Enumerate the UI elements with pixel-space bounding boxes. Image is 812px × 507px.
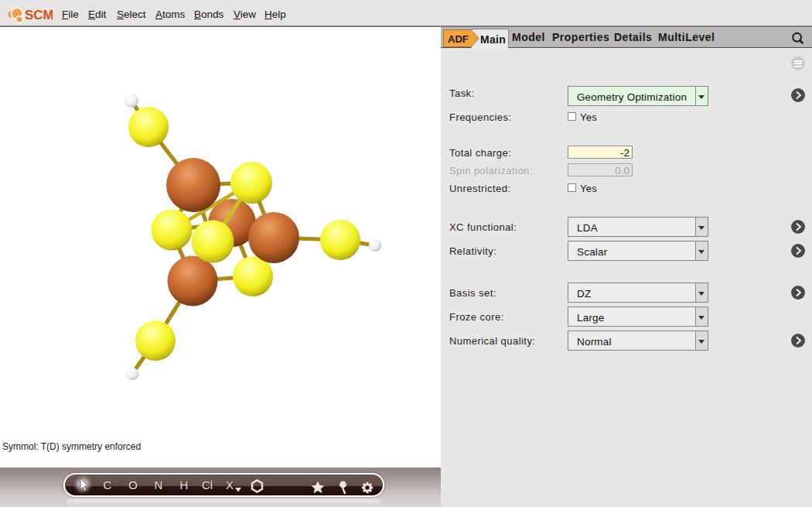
svg-text:ADF: ADF (448, 33, 469, 45)
svg-text:SCM: SCM (25, 8, 53, 22)
